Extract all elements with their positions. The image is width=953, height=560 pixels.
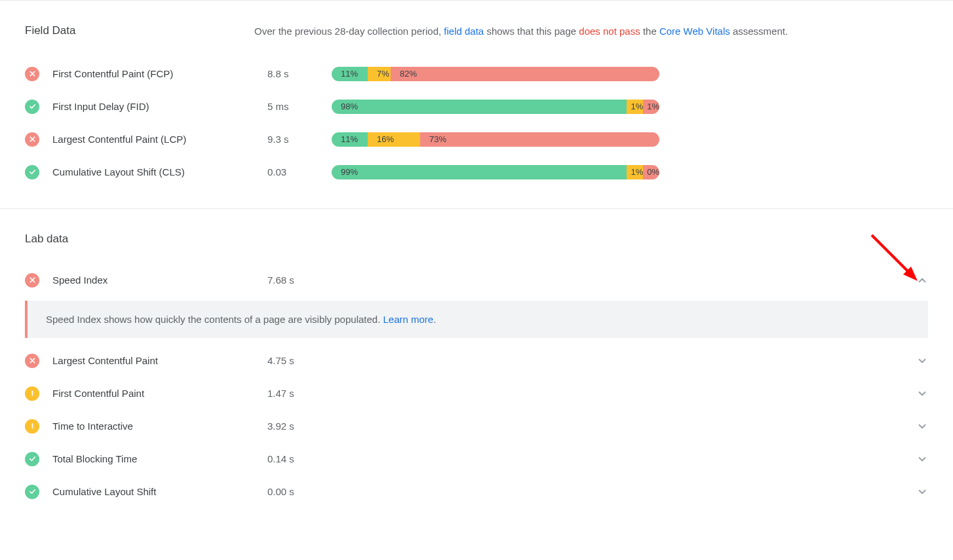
warn-icon: [25, 386, 39, 401]
lab-metric-value: 3.92 s: [267, 420, 903, 432]
lab-metric-value: 1.47 s: [267, 388, 903, 399]
pass-icon: [25, 165, 39, 179]
desc-text: shows that this page: [484, 26, 579, 37]
dist-segment-avg: 1%: [627, 165, 643, 179]
field-data-header: Field Data Over the previous 28-day coll…: [25, 24, 928, 39]
fail-icon: [25, 132, 39, 147]
metric-value: 9.3 s: [267, 134, 319, 145]
assessment-status: does not pass: [579, 26, 640, 37]
distribution-bar: 98%1%1%: [332, 100, 659, 114]
field-data-description: Over the previous 28-day collection peri…: [254, 24, 788, 39]
fail-icon: [25, 354, 39, 368]
lab-data-title: Lab data: [25, 233, 928, 246]
dist-segment-poor: 0%: [643, 165, 659, 179]
metric-value: 0.03: [267, 166, 319, 177]
distribution-bar: 11%7%82%: [332, 67, 659, 81]
metric-row: First Input Delay (FID)5 ms98%1%1%: [25, 90, 928, 123]
lab-metric-name: Cumulative Layout Shift: [52, 486, 254, 497]
field-data-section: Field Data Over the previous 28-day coll…: [0, 0, 953, 208]
lab-metric-value: 0.00 s: [267, 486, 903, 497]
dist-segment-good: 99%: [332, 165, 627, 179]
metric-row: First Contentful Paint (FCP)8.8 s11%7%82…: [25, 58, 928, 90]
dist-segment-poor: 82%: [391, 67, 659, 81]
dist-segment-good: 11%: [332, 67, 368, 81]
metric-value: 8.8 s: [267, 68, 319, 79]
pass-icon: [25, 485, 39, 499]
lab-metric-name: First Contentful Paint: [52, 388, 254, 399]
lab-metric-value: 4.75 s: [267, 355, 903, 366]
distribution-bar: 99%1%0%: [332, 165, 659, 179]
metric-row: Cumulative Layout Shift (CLS)0.0399%1%0%: [25, 156, 928, 189]
metric-name: First Input Delay (FID): [52, 101, 254, 112]
lab-metric-row[interactable]: First Contentful Paint1.47 s: [25, 377, 928, 410]
pass-icon: [25, 100, 39, 114]
detail-text: Speed Index shows how quickly the conten…: [46, 314, 383, 325]
lab-metric-row[interactable]: Largest Contentful Paint4.75 s: [25, 345, 928, 377]
metric-name: First Contentful Paint (FCP): [52, 68, 254, 79]
dist-segment-good: 11%: [332, 132, 368, 147]
chevron-down-icon[interactable]: [916, 486, 928, 498]
dist-segment-poor: 1%: [643, 100, 659, 114]
field-metrics-list: First Contentful Paint (FCP)8.8 s11%7%82…: [25, 58, 928, 189]
lab-metric-row[interactable]: Total Blocking Time0.14 s: [25, 443, 928, 476]
field-data-link[interactable]: field data: [444, 26, 484, 37]
core-web-vitals-link[interactable]: Core Web Vitals: [659, 26, 730, 37]
distribution-bar: 11%16%73%: [332, 132, 659, 147]
metric-name: Largest Contentful Paint (LCP): [52, 134, 254, 145]
dist-segment-avg: 7%: [368, 67, 391, 81]
lab-metric-row[interactable]: Speed Index7.68 s: [25, 264, 928, 297]
dist-segment-avg: 1%: [627, 100, 643, 114]
dist-segment-avg: 16%: [368, 132, 420, 147]
chevron-down-icon[interactable]: [916, 355, 928, 367]
lab-metric-name: Total Blocking Time: [52, 453, 254, 464]
metric-detail-panel: Speed Index shows how quickly the conten…: [25, 301, 928, 338]
field-data-title: Field Data: [25, 24, 235, 37]
desc-text: Over the previous 28-day collection peri…: [254, 26, 444, 37]
chevron-down-icon[interactable]: [916, 420, 928, 432]
dist-segment-poor: 73%: [420, 132, 659, 147]
metric-row: Largest Contentful Paint (LCP)9.3 s11%16…: [25, 123, 928, 156]
lab-data-section: Lab data Speed Index7.68 sSpeed Index sh…: [0, 208, 953, 521]
lab-metric-row[interactable]: Time to Interactive3.92 s: [25, 410, 928, 443]
chevron-up-icon[interactable]: [916, 274, 928, 286]
warn-icon: [25, 419, 39, 434]
lab-metric-row[interactable]: Cumulative Layout Shift0.00 s: [25, 476, 928, 508]
chevron-down-icon[interactable]: [916, 453, 928, 465]
lab-metric-name: Speed Index: [52, 274, 254, 286]
lab-metric-value: 7.68 s: [267, 274, 903, 286]
desc-text: assessment.: [730, 26, 788, 37]
pass-icon: [25, 452, 39, 466]
desc-text: the: [640, 26, 659, 37]
learn-more-link[interactable]: Learn more: [383, 314, 434, 325]
chevron-down-icon[interactable]: [916, 388, 928, 400]
detail-suffix: .: [433, 314, 436, 325]
fail-icon: [25, 67, 39, 81]
lab-metric-value: 0.14 s: [267, 453, 903, 464]
lab-metric-name: Largest Contentful Paint: [52, 355, 254, 366]
lab-metrics-list: Speed Index7.68 sSpeed Index shows how q…: [25, 264, 928, 508]
lab-metric-name: Time to Interactive: [52, 420, 254, 432]
metric-name: Cumulative Layout Shift (CLS): [52, 166, 254, 177]
metric-value: 5 ms: [267, 101, 319, 112]
fail-icon: [25, 273, 39, 288]
dist-segment-good: 98%: [332, 100, 627, 114]
